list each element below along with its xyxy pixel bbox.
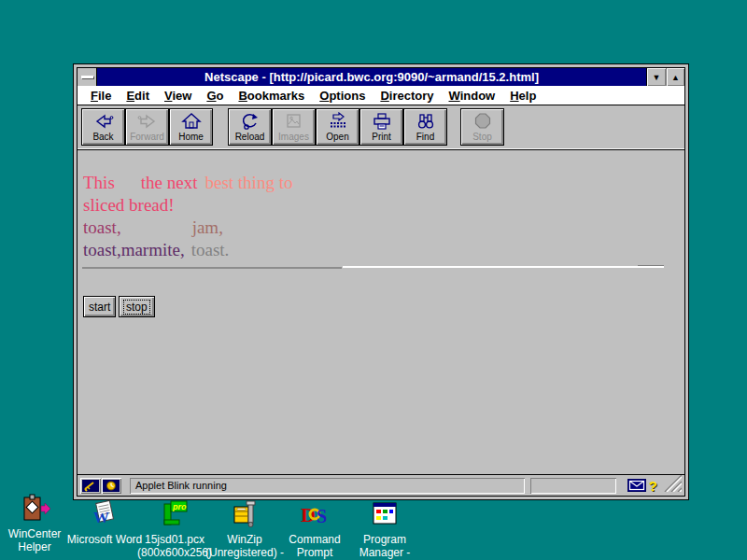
window-title-row: Netscape - [http://picard.bwc.org:9090/~… bbox=[78, 68, 684, 86]
menu-help[interactable]: Help bbox=[502, 87, 543, 105]
applet-stop-label: stop bbox=[124, 301, 149, 314]
control-menu-button[interactable] bbox=[78, 68, 97, 86]
blink-line: sliced bread! bbox=[83, 194, 292, 217]
blink-line: toast,jam, bbox=[83, 217, 292, 239]
minimize-icon: ▼ bbox=[653, 73, 661, 82]
toolbar-button-label: Open bbox=[326, 132, 348, 142]
open-icon bbox=[327, 112, 349, 131]
applet-stop-button[interactable]: stop bbox=[119, 296, 155, 317]
svg-text:pro: pro bbox=[172, 502, 187, 511]
toolbar-button-label: Home bbox=[178, 132, 204, 142]
menu-bookmarks[interactable]: Bookmarks bbox=[231, 87, 312, 105]
security-key-icon bbox=[80, 478, 101, 494]
images-button[interactable]: Images bbox=[272, 108, 316, 146]
menu-options[interactable]: Options bbox=[312, 87, 373, 105]
images-icon bbox=[283, 112, 305, 131]
blink-line: toast,marmite,toast. bbox=[83, 239, 292, 261]
blink-word: toast. bbox=[191, 239, 230, 261]
toolbar-button-label: Images bbox=[278, 132, 309, 142]
reload-button[interactable]: Reload bbox=[228, 108, 272, 146]
home-icon bbox=[180, 112, 203, 131]
menu-bar: File Edit View Go Bookmarks Options Dire… bbox=[78, 86, 684, 105]
print-button[interactable]: Print bbox=[359, 108, 403, 146]
menu-directory[interactable]: Directory bbox=[373, 87, 441, 105]
status-message-field: Applet Blink running bbox=[130, 478, 525, 494]
desktop-icon-label: Program bbox=[333, 533, 436, 546]
blink-word: toast,marmite, bbox=[83, 239, 185, 261]
desktop-icon-label: Manager - bbox=[333, 546, 436, 559]
horizontal-rule bbox=[82, 267, 342, 269]
toolbar-button-label: Back bbox=[92, 132, 113, 142]
svg-text:W: W bbox=[93, 509, 109, 526]
help-question-icon: ? bbox=[649, 478, 657, 494]
blink-applet-text: Thisthe nextbest thing to sliced bread! … bbox=[83, 172, 292, 261]
desktop-icon-program-manager[interactable]: Program Manager - SPOCK\armand bbox=[333, 498, 436, 560]
menu-view[interactable]: View bbox=[157, 87, 199, 105]
blink-word: toast, bbox=[83, 217, 121, 239]
svg-text:S: S bbox=[317, 506, 327, 526]
menu-go[interactable]: Go bbox=[199, 87, 231, 105]
open-button[interactable]: Open bbox=[316, 108, 359, 146]
blink-word: This bbox=[83, 172, 115, 194]
resize-grip[interactable] bbox=[657, 475, 682, 496]
reload-icon bbox=[239, 112, 261, 131]
desktop: { "desktop": { "background_color": "#008… bbox=[0, 0, 747, 560]
blink-line: Thisthe nextbest thing to bbox=[83, 172, 292, 194]
toolbar-button-label: Print bbox=[372, 132, 391, 142]
window-title: Netscape - [http://picard.bwc.org:9090/~… bbox=[204, 70, 539, 84]
maximize-icon: ▲ bbox=[671, 73, 680, 82]
home-button[interactable]: Home bbox=[169, 108, 213, 146]
menu-edit[interactable]: Edit bbox=[119, 87, 157, 105]
applet-start-button[interactable]: start bbox=[83, 296, 116, 317]
clock-icon bbox=[102, 478, 122, 494]
toolbar-button-label: Find bbox=[416, 132, 434, 142]
toolbar: Back Forward Home bbox=[78, 105, 684, 148]
stop-button[interactable]: Stop bbox=[460, 108, 504, 146]
control-menu-icon bbox=[81, 76, 93, 78]
blink-word: best thing to bbox=[204, 172, 292, 194]
maximize-button[interactable]: ▲ bbox=[666, 68, 684, 86]
status-bar: Applet Blink running ? bbox=[78, 474, 684, 496]
blink-word: the next bbox=[141, 172, 198, 194]
window-titlebar[interactable]: Netscape - [http://picard.bwc.org:9090/~… bbox=[97, 68, 646, 86]
program-manager-icon bbox=[333, 498, 436, 532]
status-message: Applet Blink running bbox=[135, 480, 227, 491]
applet-start-label: start bbox=[89, 301, 110, 314]
toolbar-button-label: Forward bbox=[130, 132, 164, 142]
blink-word: sliced bread! bbox=[83, 194, 175, 217]
browser-content: Thisthe nextbest thing to sliced bread! … bbox=[78, 150, 684, 474]
print-icon bbox=[371, 112, 393, 131]
netscape-window: Netscape - [http://picard.bwc.org:9090/~… bbox=[73, 63, 689, 500]
menu-file[interactable]: File bbox=[83, 87, 119, 105]
forward-arrow-icon bbox=[136, 112, 159, 131]
blink-word: jam, bbox=[192, 217, 223, 239]
horizontal-rule bbox=[638, 265, 664, 266]
forward-button[interactable]: Forward bbox=[125, 108, 169, 146]
back-arrow-icon bbox=[92, 112, 115, 131]
back-button[interactable]: Back bbox=[81, 108, 125, 146]
menu-window[interactable]: Window bbox=[442, 87, 503, 105]
find-button[interactable]: Find bbox=[403, 108, 447, 146]
minimize-button[interactable]: ▼ bbox=[647, 68, 666, 86]
svg-text:D: D bbox=[301, 503, 316, 526]
stop-icon bbox=[472, 112, 494, 131]
horizontal-rule bbox=[343, 266, 664, 268]
mail-envelope-icon bbox=[627, 479, 646, 492]
toolbar-button-label: Stop bbox=[472, 132, 492, 142]
find-icon bbox=[415, 112, 437, 131]
toolbar-button-label: Reload bbox=[235, 132, 265, 142]
progress-field bbox=[530, 478, 616, 494]
mail-button[interactable]: ? bbox=[627, 478, 657, 494]
